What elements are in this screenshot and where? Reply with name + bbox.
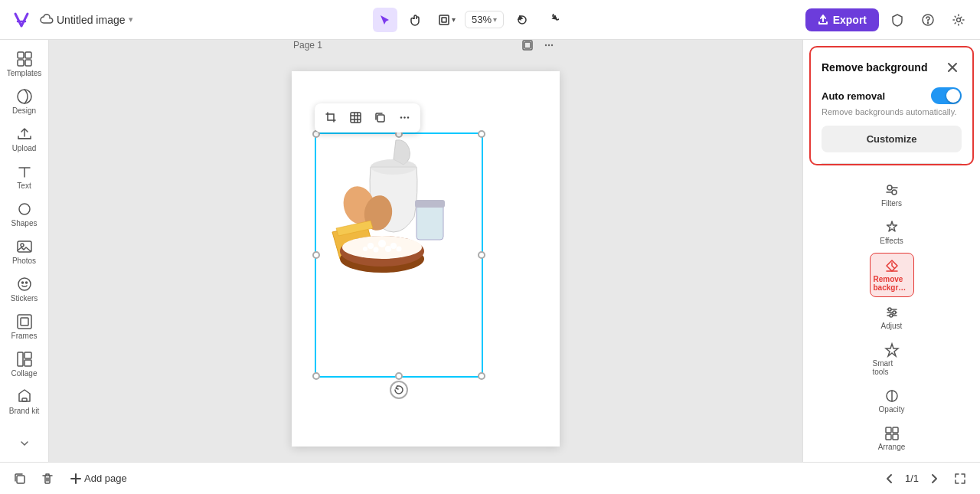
svg-point-37 — [368, 243, 374, 249]
shapes-icon — [16, 201, 33, 218]
edit-edge-row[interactable]: Edit edge Add shadows, strokes, glow, an… — [811, 164, 972, 165]
handle-bottom-mid[interactable] — [395, 372, 403, 380]
auto-removal-toggle[interactable] — [931, 87, 962, 104]
undo-button[interactable] — [510, 8, 534, 32]
right-tool-removebg[interactable]: Remove backgr… — [870, 253, 914, 297]
sidebar-item-shapes[interactable]: Shapes — [4, 196, 45, 232]
help-button[interactable] — [916, 8, 940, 32]
right-tool-label-adjust: Adjust — [881, 322, 903, 330]
svg-point-40 — [374, 247, 379, 252]
right-tool-label-arrange: Arrange — [878, 443, 906, 451]
frame-selector-button[interactable]: ▾ — [434, 8, 459, 32]
fullscreen-button[interactable] — [949, 468, 971, 489]
opacity-icon — [884, 388, 900, 404]
svg-point-38 — [378, 240, 386, 247]
document-title[interactable]: Untitled image ▾ — [40, 13, 133, 27]
help-icon — [921, 13, 935, 27]
zoom-chevron: ▾ — [493, 15, 497, 24]
svg-rect-49 — [377, 115, 384, 122]
page-prev-button[interactable] — [880, 469, 899, 488]
floating-toolbar — [315, 103, 420, 132]
add-page-button[interactable]: Add page — [64, 469, 133, 487]
right-tool-label-filters: Filters — [881, 199, 902, 208]
frame-chevron: ▾ — [452, 15, 456, 24]
toggle-thumb — [946, 89, 960, 103]
handle-mid-right[interactable] — [478, 251, 485, 259]
remove-bg-close-button[interactable] — [943, 58, 962, 77]
svg-rect-44 — [351, 113, 361, 123]
sidebar-item-text[interactable]: Text — [4, 159, 45, 195]
svg-point-4 — [957, 18, 961, 21]
rotation-handle[interactable] — [390, 381, 408, 399]
sidebar-item-frames[interactable]: Frames — [4, 309, 45, 345]
adjust-icon — [884, 305, 900, 320]
copy-icon — [374, 112, 386, 123]
more-options-button[interactable] — [393, 106, 416, 129]
redo-button[interactable] — [541, 8, 565, 32]
duplicate-page-button[interactable] — [9, 468, 31, 489]
sidebar-item-brandkit[interactable]: Brand kit — [4, 384, 45, 420]
right-tool-effects[interactable]: Effects — [870, 215, 914, 250]
shield-button[interactable] — [885, 8, 910, 32]
svg-point-50 — [400, 116, 401, 118]
right-tool-smarttools[interactable]: Smart tools — [870, 338, 914, 381]
handle-bottom-right[interactable] — [478, 372, 485, 380]
hand-tool-button[interactable] — [403, 8, 428, 32]
add-page-label: Add page — [84, 473, 127, 484]
sidebar-item-design[interactable]: Design — [4, 83, 45, 119]
app-logo[interactable] — [9, 8, 34, 32]
grid-button[interactable] — [344, 106, 367, 129]
svg-point-51 — [403, 116, 405, 118]
frames-icon — [16, 313, 33, 330]
export-button[interactable]: Export — [805, 8, 879, 31]
copy-style-button[interactable] — [368, 106, 391, 129]
topbar-tools: ▾ 53% ▾ — [139, 8, 799, 32]
svg-point-52 — [407, 116, 408, 118]
svg-point-3 — [928, 22, 929, 23]
sidebar-collapse-button[interactable] — [4, 431, 45, 456]
settings-button[interactable] — [946, 8, 971, 32]
sidebar-item-photos[interactable]: Photos — [4, 234, 45, 270]
topbar: Untitled image ▾ ▾ 53% ▾ — [0, 0, 980, 40]
sidebar-item-collage[interactable]: Collage — [4, 346, 45, 382]
page-icons — [518, 40, 558, 54]
sidebar-item-templates[interactable]: Templates — [4, 46, 45, 82]
canvas-area[interactable]: Page 1 — [49, 40, 802, 462]
page-next-button[interactable] — [925, 469, 943, 488]
zoom-control[interactable]: 53% ▾ — [465, 11, 504, 28]
filters-icon — [884, 182, 900, 198]
select-tool-button[interactable] — [373, 8, 397, 32]
sidebar-label-upload: Upload — [12, 144, 37, 152]
right-tool-arrange[interactable]: Arrange — [870, 421, 914, 456]
customize-button[interactable]: Customize — [822, 126, 962, 152]
page-header: Page 1 — [292, 40, 560, 54]
settings-icon — [952, 13, 965, 27]
sidebar-label-text: Text — [17, 182, 31, 190]
sidebar-item-upload[interactable]: Upload — [4, 121, 45, 157]
sidebar-item-stickers[interactable]: Stickers — [4, 271, 45, 307]
arrange-icon — [884, 426, 900, 441]
cloud-icon — [40, 13, 54, 27]
delete-page-button[interactable] — [37, 468, 58, 489]
svg-rect-22 — [524, 42, 531, 48]
right-tool-adjust[interactable]: Adjust — [870, 300, 914, 335]
handle-top-right[interactable] — [478, 130, 485, 138]
bottom-right: 1/1 — [880, 468, 971, 489]
right-tool-label-smarttools: Smart tools — [873, 359, 911, 376]
thumbnail-icon — [522, 40, 533, 51]
crop-button[interactable] — [319, 106, 342, 129]
right-tool-opacity[interactable]: Opacity — [870, 384, 914, 418]
remove-bg-header: Remove background — [811, 47, 972, 84]
sidebar-label-shapes: Shapes — [11, 219, 38, 227]
export-icon — [818, 15, 828, 25]
canvas-page[interactable] — [292, 71, 560, 447]
svg-rect-17 — [18, 352, 23, 366]
page-thumbnail-button[interactable] — [518, 40, 537, 54]
handle-bottom-left[interactable] — [312, 372, 320, 380]
right-panel: Remove background Auto removal Remove ba… — [802, 40, 980, 462]
page-more-button[interactable] — [540, 40, 558, 54]
title-text: Untitled image — [57, 14, 126, 26]
right-tool-filters[interactable]: Filters — [870, 178, 914, 212]
export-label: Export — [833, 14, 867, 26]
next-icon — [929, 473, 939, 484]
